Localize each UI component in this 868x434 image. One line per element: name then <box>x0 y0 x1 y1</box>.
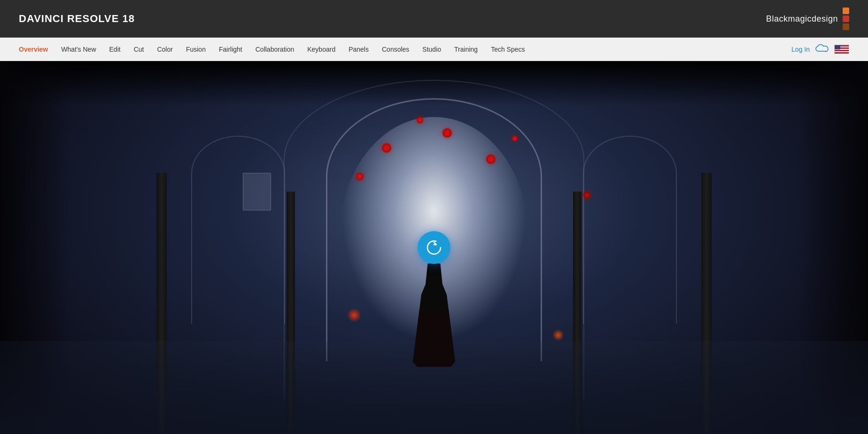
rose-3 <box>486 155 496 164</box>
side-window <box>243 173 271 210</box>
nav-training[interactable]: Training <box>454 46 478 53</box>
nav-studio[interactable]: Studio <box>422 46 441 53</box>
language-flag[interactable] <box>834 45 849 54</box>
nav-edit[interactable]: Edit <box>109 46 121 53</box>
nav-overview[interactable]: Overview <box>19 46 48 53</box>
login-button[interactable]: Log In <box>791 46 810 53</box>
logo-square-mid <box>843 16 849 22</box>
logo-square-top <box>843 8 849 14</box>
nav-color[interactable]: Color <box>157 46 172 53</box>
logo-container: Blackmagicdesign <box>766 8 849 30</box>
nav-fusion[interactable]: Fusion <box>186 46 206 53</box>
nav-consoles[interactable]: Consoles <box>382 46 409 53</box>
site-title: DAVINCI RESOLVE 18 <box>19 13 135 25</box>
nav-links: Overview What's New Edit Cut Color Fusio… <box>19 46 791 53</box>
logo-squares <box>843 8 849 30</box>
hero-section <box>0 61 868 434</box>
logo-text: Blackmagicdesign <box>766 14 838 24</box>
rose-7 <box>583 192 590 199</box>
nav-fairlight[interactable]: Fairlight <box>219 46 242 53</box>
arch-left <box>191 136 285 324</box>
glow-accent-left <box>347 308 361 322</box>
nav-whats-new[interactable]: What's New <box>61 46 96 53</box>
cloud-icon <box>815 44 829 54</box>
replay-button[interactable] <box>418 231 450 264</box>
site-header: DAVINCI RESOLVE 18 Blackmagicdesign <box>0 0 868 38</box>
nav-panels[interactable]: Panels <box>349 46 369 53</box>
rose-1 <box>382 143 391 153</box>
rose-5 <box>356 173 364 180</box>
nav-cut[interactable]: Cut <box>134 46 144 53</box>
arch-right <box>583 136 677 324</box>
nav-tech-specs[interactable]: Tech Specs <box>491 46 525 53</box>
glow-accent-right <box>552 329 564 341</box>
nav-right: Log In <box>791 44 849 54</box>
nav-collaboration[interactable]: Collaboration <box>256 46 294 53</box>
logo-square-bot <box>843 23 849 30</box>
main-nav: Overview What's New Edit Cut Color Fusio… <box>0 38 868 61</box>
nav-keyboard[interactable]: Keyboard <box>307 46 335 53</box>
